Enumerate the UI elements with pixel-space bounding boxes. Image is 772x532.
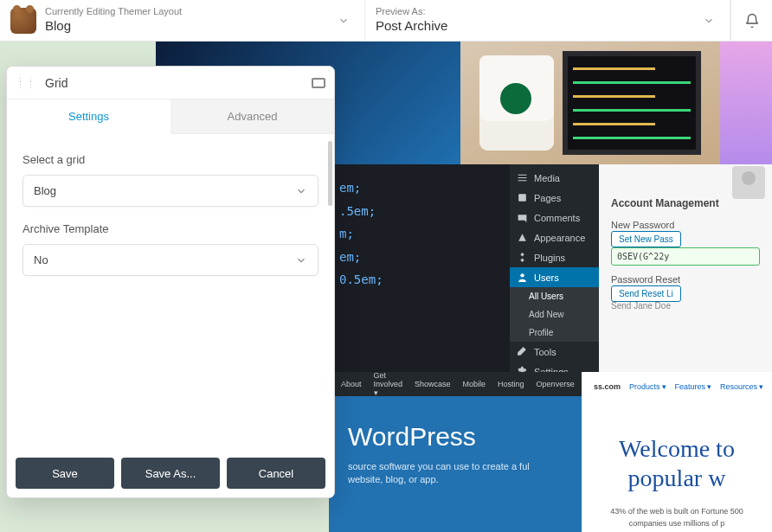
drag-handle-icon[interactable]: ⋮⋮⋮⋮ [16, 80, 36, 87]
thumbnail-image [460, 42, 720, 164]
select-grid-label: Select a grid [23, 153, 318, 166]
editing-kicker: Currently Editing Themer Layout [45, 6, 182, 18]
tab-settings[interactable]: Settings [7, 99, 170, 134]
panel-tabs: Settings Advanced [7, 99, 334, 134]
tab-advanced[interactable]: Advanced [170, 99, 334, 134]
panel-header[interactable]: ⋮⋮⋮⋮ Grid [7, 67, 334, 99]
thumbnail-wporg: About Get Involved ▾ Showcase Mobile Hos… [329, 372, 582, 532]
editing-title: Blog [45, 18, 182, 35]
thumbnail-wpcom: ss.com Products Features Resources Plans… [582, 372, 772, 532]
save-button[interactable]: Save [16, 458, 114, 489]
thumbnail-image [720, 42, 772, 164]
panel-title: Grid [45, 76, 68, 90]
archive-template-dropdown[interactable]: No [23, 244, 318, 276]
expand-icon[interactable] [312, 78, 325, 88]
top-bar: Currently Editing Themer Layout Blog Pre… [0, 0, 772, 42]
avatar-icon [732, 166, 765, 199]
module-settings-panel: ⋮⋮⋮⋮ Grid Settings Advanced Select a gri… [6, 66, 335, 498]
beaver-logo-icon [10, 8, 36, 34]
archive-template-label: Archive Template [23, 222, 318, 235]
save-as-button[interactable]: Save As... [121, 458, 220, 489]
panel-footer: Save Save As... Cancel [7, 449, 334, 497]
thumbnail-code: em; .5em; m; em; 0.5em; [329, 164, 512, 372]
scrollbar[interactable] [328, 141, 332, 206]
layout-switcher[interactable]: Currently Editing Themer Layout Blog [0, 0, 365, 41]
preview-switcher[interactable]: Preview As: Post Archive [365, 0, 730, 41]
preview-kicker: Preview As: [376, 6, 447, 18]
notifications-button[interactable] [730, 0, 772, 41]
select-grid-dropdown[interactable]: Blog [23, 175, 318, 207]
thumbnail-wpadmin: Media Pages Comments Appearance Plugins … [510, 164, 601, 372]
account-heading: Account Management [611, 197, 760, 209]
preview-title: Post Archive [376, 18, 447, 35]
archive-template-value: No [34, 253, 48, 266]
thumbnail-wp-profile: Account Management New Password Set New … [599, 164, 772, 372]
cancel-button[interactable]: Cancel [227, 458, 325, 489]
svg-rect-0 [518, 194, 526, 202]
chevron-down-icon[interactable] [333, 15, 354, 27]
chevron-down-icon[interactable] [698, 15, 719, 27]
panel-body: Select a grid Blog Archive Template No [7, 134, 334, 449]
svg-point-1 [520, 273, 524, 277]
select-grid-value: Blog [34, 184, 56, 197]
chevron-down-icon [295, 254, 307, 266]
chevron-down-icon [295, 185, 307, 197]
